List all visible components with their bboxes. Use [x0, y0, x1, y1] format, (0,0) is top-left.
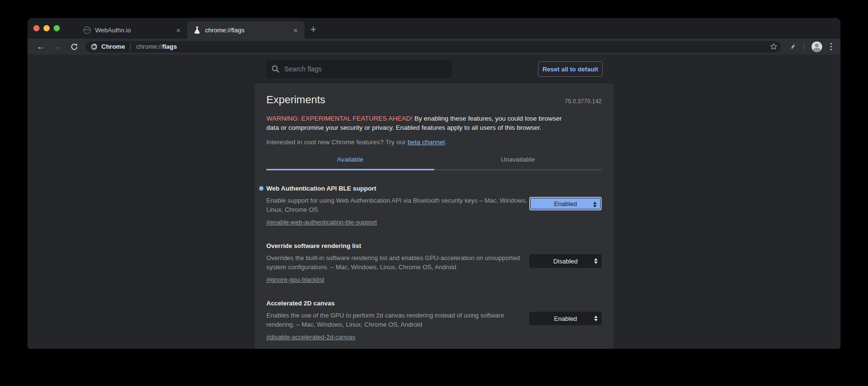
flag-name: Override software rendering list — [266, 242, 529, 249]
flag-permalink[interactable]: #disable-accelerated-2d-canvas — [266, 333, 355, 341]
tab-webauthn[interactable]: WebAuthn.io × — [77, 21, 187, 39]
omnibox-divider — [130, 43, 131, 50]
flags-page: Reset all to default Experiments 75.0.37… — [28, 55, 840, 349]
flag-dropdown[interactable]: Disabled — [529, 254, 602, 268]
flag-description: Overrides the built-in software renderin… — [266, 253, 529, 272]
search-flags-box[interactable] — [266, 60, 452, 78]
flag-row-accelerated-2d-canvas: Accelerated 2D canvas Enables the use of… — [266, 300, 602, 341]
tab-available[interactable]: Available — [266, 156, 434, 170]
extension-lightning-icon[interactable] — [788, 42, 797, 51]
flags-content-column: Experiments 75.0.3770.142 WARNING: EXPER… — [255, 83, 613, 349]
reset-all-button[interactable]: Reset all to default — [538, 61, 603, 77]
close-window-button[interactable] — [33, 25, 40, 31]
bookmark-star-icon[interactable] — [770, 42, 778, 51]
beta-channel-link[interactable]: beta channel — [408, 138, 445, 146]
search-icon — [272, 65, 279, 73]
site-settings-label[interactable]: Chrome — [101, 43, 125, 50]
promo-text: Interested in cool new Chrome features? … — [266, 138, 602, 146]
flags-list: Web Authentication API BLE support Enabl… — [266, 185, 602, 341]
tab-close-icon[interactable]: × — [175, 26, 181, 34]
webauthn-favicon-icon — [83, 26, 91, 34]
toolbar-right — [784, 41, 836, 52]
dropdown-arrows-icon — [594, 316, 598, 321]
flag-name: Accelerated 2D canvas — [266, 300, 529, 307]
tab-title: chrome://flags — [205, 27, 292, 34]
page-title: Experiments — [266, 94, 325, 106]
warning-highlight: WARNING: EXPERIMENTAL FEATURES AHEAD! — [266, 115, 413, 122]
section-tabs: Available Unavailable — [266, 156, 602, 170]
flask-favicon-icon — [193, 26, 201, 34]
flag-permalink[interactable]: #enable-web-authentication-ble-support — [266, 219, 377, 226]
tab-chrome-flags[interactable]: chrome://flags × — [187, 21, 304, 39]
flag-permalink[interactable]: #ignore-gpu-blacklist — [266, 276, 324, 283]
minimize-window-button[interactable] — [43, 25, 50, 31]
flag-description: Enable support for using Web Authenticat… — [266, 196, 529, 214]
back-button[interactable]: ← — [32, 40, 49, 54]
reload-button[interactable] — [66, 40, 83, 54]
tab-close-icon[interactable]: × — [292, 26, 299, 34]
zoom-window-button[interactable] — [54, 25, 60, 31]
profile-avatar[interactable] — [812, 41, 822, 52]
url-host: flags — [162, 43, 177, 50]
tab-title: WebAuthn.io — [95, 27, 175, 34]
flag-row-override-software-rendering: Override software rendering list Overrid… — [266, 242, 602, 284]
dropdown-arrows-icon — [594, 258, 598, 264]
traffic-lights — [33, 25, 60, 31]
address-bar[interactable]: Chrome chrome:// flags — [85, 41, 781, 53]
warning-text: WARNING: EXPERIMENTAL FEATURES AHEAD! By… — [266, 114, 565, 132]
chrome-version: 75.0.3770.142 — [565, 98, 602, 106]
menu-dots-icon[interactable] — [829, 42, 833, 52]
flag-description: Enables the use of the GPU to perform 2d… — [266, 311, 529, 329]
forward-button[interactable]: → — [49, 40, 66, 54]
modified-flag-dot — [259, 186, 263, 191]
toolbar-separator — [804, 42, 804, 51]
new-tab-button[interactable]: + — [304, 21, 322, 39]
toolbar: ← → Chrome chrome:// flags — [28, 39, 840, 55]
url-scheme: chrome:// — [136, 43, 162, 50]
tab-unavailable[interactable]: Unavailable — [434, 156, 602, 170]
flag-name: Web Authentication API BLE support — [266, 185, 529, 192]
tab-strip: WebAuthn.io × chrome://flags × + — [28, 18, 840, 39]
search-flags-input[interactable] — [284, 65, 429, 73]
chrome-logo-icon — [91, 43, 97, 50]
dropdown-arrows-icon — [593, 202, 597, 207]
browser-window: WebAuthn.io × chrome://flags × + ← → Chr… — [28, 18, 840, 349]
flag-dropdown[interactable]: Enabled — [529, 312, 602, 325]
flag-dropdown[interactable]: Enabled — [529, 197, 602, 210]
flag-row-web-authentication-ble: Web Authentication API BLE support Enabl… — [266, 185, 602, 226]
